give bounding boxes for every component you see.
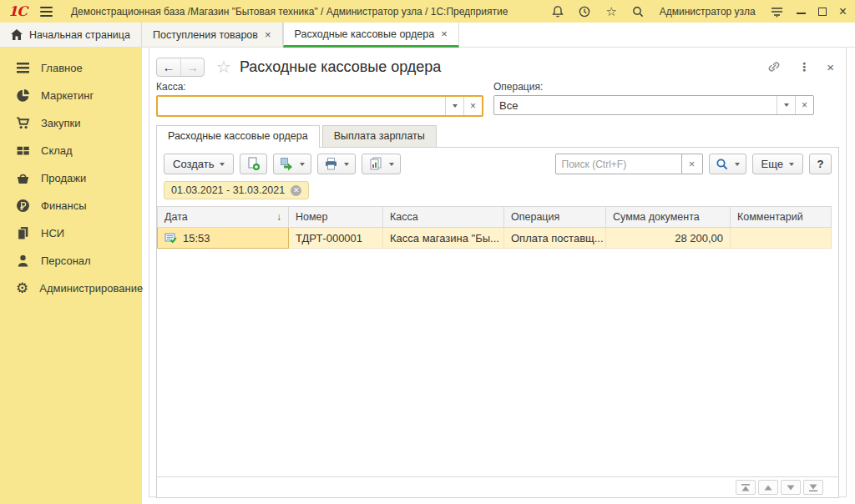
- chevron-down-icon: [220, 163, 225, 166]
- form-close-icon[interactable]: ×: [827, 60, 834, 74]
- column-header-number[interactable]: Номер: [289, 207, 383, 228]
- sidebar-item-purchases[interactable]: Закупки: [0, 109, 142, 137]
- cell-number[interactable]: ТДРТ-000001: [289, 228, 383, 249]
- posted-document-icon: [164, 233, 177, 244]
- sidebar-item-label: НСИ: [41, 227, 64, 239]
- create-copy-button[interactable]: [240, 154, 267, 174]
- form-more-icon[interactable]: ⋮: [798, 60, 810, 73]
- sidebar-item-label: Маркетинг: [41, 89, 94, 102]
- kassa-dropdown-icon[interactable]: [445, 97, 463, 115]
- list-toolbar: Создать: [157, 148, 838, 180]
- operation-dropdown-icon[interactable]: [777, 96, 795, 114]
- main-section-icon: [16, 62, 30, 74]
- more-button-label: Еще: [761, 158, 783, 170]
- go-previous-button[interactable]: [758, 480, 778, 495]
- window-close-button[interactable]: ×: [839, 5, 847, 18]
- search-input[interactable]: [555, 154, 682, 174]
- window-title: Демонстрационная база /Магазин "Бытовая …: [71, 6, 508, 18]
- sidebar-item-label: Склад: [41, 144, 73, 157]
- remove-filter-icon[interactable]: ✕: [291, 185, 301, 196]
- chevron-down-icon: [389, 163, 394, 166]
- tab-rashodnye-kassovye-ordera[interactable]: Расходные кассовые ордера ×: [283, 23, 459, 48]
- cell-kassa[interactable]: Касса магазина "Бы...: [383, 228, 504, 249]
- cell-comment[interactable]: [731, 228, 832, 249]
- search-clear-icon[interactable]: ×: [682, 154, 703, 174]
- report-chart-icon: [368, 157, 383, 171]
- cell-date[interactable]: 15:53: [158, 228, 289, 249]
- tab-close-icon[interactable]: ×: [265, 28, 271, 41]
- sidebar-item-warehouse[interactable]: Склад: [0, 137, 142, 164]
- gear-icon: ⚙: [16, 281, 28, 295]
- operation-clear-icon[interactable]: ×: [795, 96, 813, 114]
- forward-button[interactable]: →: [180, 58, 204, 76]
- add-to-favorites-star-icon[interactable]: ☆: [216, 57, 231, 77]
- sidebar-item-administration[interactable]: ⚙ Администрирование: [0, 275, 142, 302]
- create-button[interactable]: Создать: [164, 154, 234, 174]
- column-header-operation[interactable]: Операция: [504, 207, 606, 228]
- history-icon[interactable]: [578, 4, 592, 18]
- help-button[interactable]: ?: [809, 154, 832, 174]
- notifications-bell-icon[interactable]: [551, 4, 565, 18]
- filter-chip-row: 01.03.2021 - 31.03.2021 ✕: [157, 180, 838, 206]
- sidebar-item-personnel[interactable]: Персонал: [0, 247, 142, 275]
- operation-control: ×: [493, 95, 814, 115]
- back-button[interactable]: ←: [157, 58, 180, 76]
- sidebar-item-sales[interactable]: Продажи: [0, 164, 142, 192]
- sections-sidebar: Главное Маркетинг Закупки Склад Продажи …: [0, 48, 142, 504]
- current-user-label[interactable]: Администратор узла: [660, 6, 756, 18]
- sidebar-item-main[interactable]: Главное: [0, 54, 142, 82]
- cell-operation[interactable]: Оплата поставщ...: [504, 228, 606, 249]
- column-header-kassa[interactable]: Касса: [383, 207, 504, 228]
- ruble-coin-icon: [16, 199, 30, 213]
- main-menu-icon[interactable]: [40, 7, 53, 17]
- go-first-button[interactable]: [736, 480, 756, 495]
- get-link-icon[interactable]: [766, 59, 782, 74]
- period-filter-chip[interactable]: 01.03.2021 - 31.03.2021 ✕: [164, 181, 309, 199]
- tab-postupleniya-tovarov[interactable]: Поступления товаров ×: [142, 23, 283, 47]
- print-button[interactable]: [317, 154, 356, 174]
- pie-chart-icon: [16, 88, 30, 103]
- tab-label: Поступления товаров: [153, 29, 258, 41]
- tab-rashodnye-ordera[interactable]: Расходные кассовые ордера: [156, 125, 320, 148]
- sidebar-item-label: Закупки: [41, 117, 80, 129]
- table-row[interactable]: 15:53 ТДРТ-000001 Касса магазина "Бы... …: [158, 228, 832, 249]
- tab-close-icon[interactable]: ×: [441, 28, 448, 40]
- sidebar-item-finance[interactable]: Финансы: [0, 192, 142, 219]
- cell-amount[interactable]: 28 200,00: [606, 228, 731, 249]
- new-document-icon: [246, 157, 261, 171]
- home-icon: [11, 29, 23, 40]
- reports-button[interactable]: [362, 154, 401, 174]
- sort-desc-icon: ↓: [276, 211, 281, 223]
- advanced-search-button[interactable]: [709, 154, 746, 174]
- sidebar-item-nsi[interactable]: НСИ: [0, 219, 142, 247]
- tab-home[interactable]: Начальная страница: [0, 23, 142, 47]
- global-search-icon[interactable]: [631, 4, 645, 18]
- sidebar-item-label: Администрирование: [39, 282, 143, 295]
- favorites-star-icon[interactable]: ☆: [605, 4, 619, 18]
- documents-table: Дата↓ Номер Касса Операция Сумма докумен…: [157, 206, 832, 249]
- column-header-amount[interactable]: Сумма документа: [606, 207, 731, 228]
- more-button[interactable]: Еще: [752, 154, 803, 174]
- empty-list-area: [157, 249, 838, 476]
- window-maximize-button[interactable]: [818, 8, 827, 16]
- operation-input[interactable]: [494, 96, 777, 114]
- tab-vyplata-zarplaty[interactable]: Выплата зарплаты: [322, 125, 437, 147]
- go-next-button[interactable]: [781, 480, 801, 495]
- form-area: ← → ☆ Расходные кассовые ордера ⋮ × Касс…: [149, 48, 847, 497]
- chevron-down-icon: [344, 163, 349, 166]
- column-header-date[interactable]: Дата↓: [158, 207, 289, 228]
- service-menu-icon[interactable]: [770, 4, 784, 18]
- kassa-clear-icon[interactable]: ×: [463, 97, 482, 115]
- search-control: ×: [555, 154, 703, 174]
- create-button-label: Создать: [173, 158, 214, 170]
- window-minimize-button[interactable]: [797, 7, 806, 16]
- column-header-comment[interactable]: Комментарий: [731, 207, 832, 228]
- kassa-field: Касса: ×: [156, 81, 483, 117]
- go-last-button[interactable]: [803, 480, 823, 495]
- create-based-on-button[interactable]: [273, 154, 311, 174]
- tab-label: Начальная страница: [29, 29, 130, 41]
- titlebar: 1С Демонстрационная база /Магазин "Бытов…: [0, 0, 855, 23]
- sidebar-item-marketing[interactable]: Маркетинг: [0, 82, 142, 109]
- form-header: ← → ☆ Расходные кассовые ордера ⋮ ×: [156, 48, 839, 81]
- kassa-input[interactable]: [158, 97, 445, 115]
